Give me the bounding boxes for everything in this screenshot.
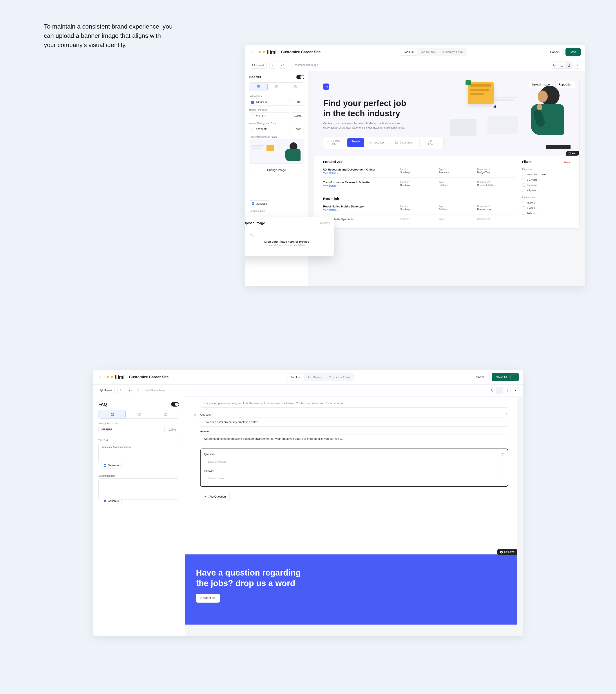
department-select[interactable]: Department⌄ (393, 138, 420, 147)
generate-button[interactable]: Generate (100, 462, 122, 469)
bg-color-input[interactable]: #FFFFFF (98, 426, 165, 433)
updated-text: Updated 0 month ago (289, 63, 318, 67)
svg-rect-4 (568, 64, 570, 66)
filter-item[interactable]: +5 years (522, 188, 571, 193)
question-input[interactable]: How does Tiimi protect my employee data? (200, 418, 508, 426)
dropzone-hint: Min. 752 px width and max 10 mb (249, 244, 324, 246)
drag-handle-icon[interactable]: ⠿ (194, 414, 196, 417)
svg-rect-3 (561, 64, 563, 66)
filter-item[interactable]: 1 week (522, 205, 571, 211)
bg-color-opacity[interactable]: 100% (166, 426, 179, 433)
button-text-color-input[interactable]: #FFFFFF (249, 112, 290, 119)
align-center[interactable] (267, 83, 286, 91)
job-row[interactable]: Social Media Specialist Location Type De… (323, 215, 516, 224)
align-left[interactable] (99, 410, 126, 418)
back-button[interactable] (249, 49, 255, 55)
device-desktop[interactable] (489, 387, 496, 394)
tab-job-list[interactable]: Job List (400, 49, 417, 55)
reset-button[interactable]: Reset (249, 62, 267, 69)
faq-editor[interactable]: Our pricing plans are designed to fit th… (185, 396, 517, 554)
cancel-button[interactable]: Cancel (546, 48, 564, 56)
cta-section[interactable]: Have a question regarding the jobs? drop… (185, 554, 517, 624)
device-mobile[interactable] (565, 62, 572, 68)
preview-button[interactable] (512, 387, 519, 394)
answer-label: Answer (200, 430, 508, 433)
align-center[interactable] (126, 410, 152, 418)
save-as-button[interactable]: Save As⌄ (492, 373, 519, 381)
job-row[interactable]: React Native Mobile DeveloperView Detail… (323, 202, 516, 215)
filter-item[interactable]: 3-4 years (522, 182, 571, 188)
svg-rect-32 (138, 413, 139, 414)
job-row[interactable]: Transformation Research ScientistView De… (323, 178, 516, 190)
answer-input[interactable]: We are committed to providing a secure e… (200, 434, 508, 443)
header-toggle[interactable] (296, 75, 304, 79)
svg-rect-11 (276, 87, 278, 87)
header-bg-input[interactable]: #F7F6FD (249, 126, 290, 133)
header-bg-opacity[interactable]: 100% (291, 126, 304, 133)
cancel-button[interactable]: Cancel (472, 373, 490, 381)
device-desktop[interactable] (551, 62, 558, 68)
tab-job-details[interactable]: Job Details (417, 49, 438, 55)
title-text-label: Title Text (98, 439, 179, 441)
generate-button[interactable]: Generate (100, 498, 122, 504)
clock-icon (289, 64, 291, 66)
button-color-label: Button Color (249, 95, 304, 97)
back-button[interactable] (97, 374, 103, 380)
description-input[interactable] (98, 478, 179, 499)
delete-button[interactable] (501, 453, 504, 456)
hero-section[interactable]: Upload Image Reposition Fla Find your pe… (314, 77, 579, 156)
answer-input[interactable]: Enter answer (204, 474, 504, 483)
search-button[interactable]: Search (347, 138, 364, 147)
undo-button[interactable] (117, 387, 124, 394)
save-button[interactable]: Save (565, 48, 581, 56)
question-input[interactable]: Enter question (204, 457, 504, 466)
align-right[interactable] (152, 410, 179, 418)
device-mobile[interactable] (503, 387, 510, 394)
change-image-button[interactable]: Change Image (249, 166, 304, 174)
remove-image[interactable]: Remove (320, 221, 330, 224)
updated-text: Updated 3 month ago (137, 389, 166, 392)
add-question-button[interactable]: ＋Add Question (200, 492, 229, 501)
undo-button[interactable] (269, 61, 276, 69)
image-icon (568, 152, 571, 154)
svg-rect-27 (499, 389, 501, 391)
filters-reset[interactable]: Reset (564, 161, 571, 164)
search-input[interactable]: Search Job (325, 138, 344, 147)
answer-label: Answer (204, 469, 504, 473)
popover-title: Upload Image (245, 221, 265, 225)
generate-button[interactable]: Generate (249, 200, 270, 207)
redo-button[interactable] (279, 61, 286, 69)
contact-button[interactable]: Contact Us (196, 594, 220, 603)
tab-customize-form[interactable]: Customize Form (438, 49, 466, 55)
answer-truncated[interactable]: Our pricing plans are designed to fit th… (200, 399, 508, 408)
filter-item[interactable]: 24 hours (522, 211, 571, 216)
reset-button[interactable]: Reset (97, 387, 115, 394)
button-text-opacity[interactable]: 100% (291, 112, 304, 119)
search-bar: Search Job Search Location⌄ Department⌄ … (323, 136, 444, 149)
svg-rect-35 (104, 464, 105, 465)
align-right[interactable] (286, 83, 304, 91)
updated-label: Updated 0 month ago (293, 63, 318, 67)
button-color-opacity[interactable]: 100% (291, 99, 304, 106)
device-tablet[interactable] (496, 387, 503, 394)
filter-item[interactable]: Recent (522, 200, 571, 205)
topbar: ✦✦ tiimi Customize Career Site Job List … (245, 45, 585, 59)
redo-button[interactable] (127, 387, 134, 394)
location-select[interactable]: Location⌄ (367, 138, 390, 147)
tab-job-details[interactable]: Job Details (304, 374, 325, 381)
button-color-input[interactable]: #486CF6 (249, 99, 290, 106)
tab-customize-form[interactable]: Customize Form (325, 374, 353, 381)
device-tablet[interactable] (558, 62, 565, 68)
tab-job-list[interactable]: Job List (287, 374, 304, 381)
svg-rect-20 (253, 204, 255, 205)
dropzone[interactable]: Drop your image here, or browse Min. 752… (245, 228, 330, 252)
level-select[interactable]: Job Level⌄ (422, 138, 442, 147)
filter-item[interactable]: 1-2 years (522, 177, 571, 182)
delete-button[interactable] (505, 413, 508, 416)
job-row[interactable]: UX Research and Development OfficerView … (323, 165, 516, 178)
title-text-input[interactable]: Frequently Asked questions (98, 443, 179, 464)
filter-item[interactable]: Less than 1 Years (522, 172, 571, 177)
align-left[interactable] (249, 83, 267, 91)
faq-toggle[interactable] (171, 402, 179, 406)
preview-button[interactable] (574, 61, 581, 69)
